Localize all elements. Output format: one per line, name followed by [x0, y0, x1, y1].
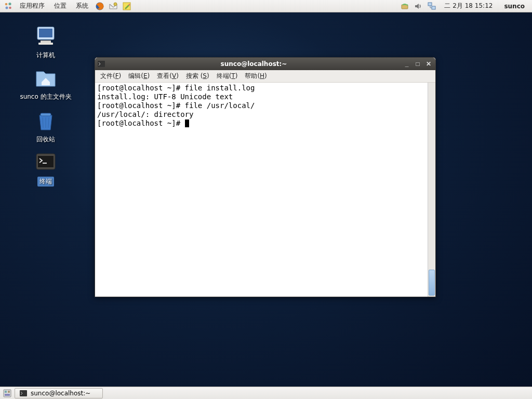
menu-search[interactable]: 搜索 (S) — [183, 70, 212, 82]
desktop-icon-trash[interactable]: 回收站 — [15, 108, 77, 144]
terminal-body: [root@localhost ~]# file install.loginst… — [95, 83, 435, 297]
svg-rect-8 — [428, 3, 432, 6]
svg-rect-21 — [8, 391, 10, 393]
svg-point-2 — [6, 6, 8, 9]
notes-icon[interactable] — [122, 1, 132, 11]
computer-icon — [33, 24, 58, 49]
menu-help[interactable]: 帮助(H) — [242, 70, 270, 82]
svg-rect-22 — [5, 394, 10, 396]
bottom-panel: sunco@localhost:~ — [0, 387, 532, 399]
user-menu[interactable]: sunco — [499, 3, 530, 10]
desktop-icon-home[interactable]: sunco 的主文件夹 — [15, 65, 77, 101]
menu-places[interactable]: 位置 — [50, 0, 71, 12]
terminal-output[interactable]: [root@localhost ~]# file install.loginst… — [95, 83, 428, 297]
svg-point-3 — [9, 6, 11, 9]
svg-point-1 — [8, 2, 11, 5]
svg-rect-20 — [5, 391, 7, 393]
network-icon[interactable] — [427, 1, 437, 11]
menu-edit[interactable]: 编辑(E) — [125, 70, 153, 82]
menu-file[interactable]: 文件(F) — [97, 70, 124, 82]
menu-view[interactable]: 查看(V) — [154, 70, 182, 82]
minimize-button[interactable]: _ — [402, 60, 411, 68]
gnome-icon — [3, 1, 14, 11]
terminal-window: sunco@localhost:~ _ □ ✕ 文件(F) 编辑(E) 查看(V… — [95, 57, 436, 297]
mail-icon[interactable] — [108, 1, 118, 11]
desktop-icon-label: 回收站 — [36, 135, 55, 144]
scrollbar[interactable] — [428, 83, 435, 297]
taskbar-label: sunco@localhost:~ — [31, 390, 90, 397]
menu-system[interactable]: 系统 — [72, 0, 92, 12]
volume-icon[interactable] — [413, 1, 423, 11]
window-title: sunco@localhost:~ — [109, 60, 399, 68]
trash-icon — [33, 108, 58, 133]
close-button[interactable]: ✕ — [424, 60, 433, 68]
desktop-icon-computer[interactable]: 计算机 — [15, 24, 77, 60]
menu-applications[interactable]: 应用程序 — [16, 0, 49, 12]
desktop-icon-label: 计算机 — [36, 51, 55, 60]
desktop-icon-terminal[interactable]: 终端 — [15, 150, 77, 187]
terminal-icon — [33, 150, 58, 175]
top-panel: 应用程序 位置 系统 二 2月 18 15:12 sunco — [0, 0, 532, 12]
taskbar-terminal[interactable]: sunco@localhost:~ — [15, 388, 103, 398]
svg-rect-9 — [432, 6, 435, 9]
update-icon[interactable] — [400, 1, 410, 11]
folder-home-icon — [33, 65, 58, 90]
firefox-icon[interactable] — [95, 1, 105, 11]
desktop-icon-label: 终端 — [37, 177, 54, 187]
svg-rect-14 — [41, 113, 51, 116]
svg-rect-13 — [38, 43, 53, 45]
window-icon — [97, 60, 105, 68]
clock[interactable]: 二 2月 18 15:12 — [439, 2, 498, 10]
svg-point-5 — [114, 3, 117, 6]
window-controls: _ □ ✕ — [402, 60, 433, 68]
svg-rect-12 — [41, 41, 51, 43]
titlebar[interactable]: sunco@localhost:~ _ □ ✕ — [95, 58, 435, 70]
desktop-icon-label: sunco 的主文件夹 — [20, 92, 71, 101]
svg-point-0 — [5, 3, 8, 5]
scrollbar-thumb[interactable] — [429, 270, 435, 296]
svg-rect-23 — [20, 390, 27, 396]
menubar: 文件(F) 编辑(E) 查看(V) 搜索 (S) 终端(T) 帮助(H) — [95, 70, 435, 83]
menu-terminal[interactable]: 终端(T) — [214, 70, 241, 82]
svg-rect-18 — [98, 61, 105, 67]
show-desktop-button[interactable] — [2, 388, 12, 398]
svg-rect-11 — [39, 29, 52, 37]
maximize-button[interactable]: □ — [413, 60, 422, 68]
